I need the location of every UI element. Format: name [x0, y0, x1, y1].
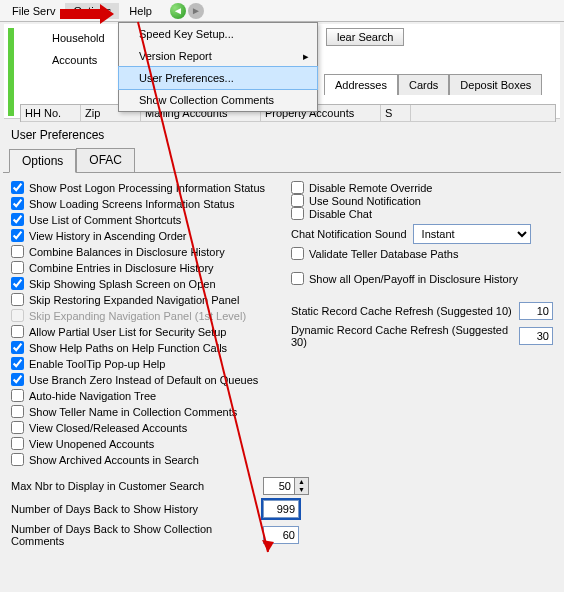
chk-validate-paths[interactable]: Validate Teller Database Paths: [291, 247, 553, 260]
days-history-label: Number of Days Back to Show History: [11, 503, 257, 515]
user-preferences-panel: User Preferences Options OFAC Show Post …: [3, 122, 561, 589]
tab-cards[interactable]: Cards: [398, 74, 449, 95]
pref-checkbox[interactable]: Show Teller Name in Collection Comments: [11, 405, 273, 418]
max-nbr-label: Max Nbr to Display in Customer Search: [11, 480, 257, 492]
pref-title: User Preferences: [3, 122, 561, 148]
pref-checkbox[interactable]: Show Loading Screens Information Status: [11, 197, 273, 210]
pref-tab-options[interactable]: Options: [9, 149, 76, 173]
tab-addresses[interactable]: Addresses: [324, 74, 398, 95]
pref-checkbox[interactable]: Use Sound Notification: [291, 194, 553, 207]
pref-right-column: Disable Remote OverrideUse Sound Notific…: [291, 181, 553, 466]
clear-search-button[interactable]: lear Search: [326, 28, 404, 46]
pref-checkbox[interactable]: Disable Remote Override: [291, 181, 553, 194]
dynamic-cache-label: Dynamic Record Cache Refresh (Suggested …: [291, 324, 513, 348]
menu-options[interactable]: Options: [65, 3, 119, 19]
chat-sound-label: Chat Notification Sound: [291, 228, 407, 240]
chk-validate-paths-box[interactable]: [291, 247, 304, 260]
pref-checkbox-box[interactable]: [11, 181, 24, 194]
pref-checkbox[interactable]: Auto-hide Navigation Tree: [11, 389, 273, 402]
pref-tabstrip: Options OFAC: [9, 148, 555, 172]
pref-checkbox-box[interactable]: [11, 245, 24, 258]
pref-checkbox[interactable]: Enable ToolTip Pop-up Help: [11, 357, 273, 370]
pref-left-column: Show Post Logon Processing Information S…: [11, 181, 273, 466]
max-nbr-input[interactable]: [264, 478, 294, 494]
pref-checkbox[interactable]: Skip Showing Splash Screen on Open: [11, 277, 273, 290]
days-collection-label: Number of Days Back to Show Collection C…: [11, 523, 257, 547]
nav-back-icon[interactable]: ◄: [170, 3, 186, 19]
spin-up-icon[interactable]: ▲: [294, 478, 308, 486]
menu-item[interactable]: Speed Key Setup...: [119, 23, 317, 45]
pref-checkbox[interactable]: Use List of Comment Shortcuts: [11, 213, 273, 226]
pref-checkbox[interactable]: View Closed/Released Accounts: [11, 421, 273, 434]
pref-checkbox-box[interactable]: [11, 325, 24, 338]
label-accounts: Accounts: [52, 54, 105, 66]
static-cache-input[interactable]: [519, 302, 553, 320]
pref-checkbox-box[interactable]: [11, 437, 24, 450]
pref-checkbox-box[interactable]: [11, 453, 24, 466]
pref-checkbox-box[interactable]: [291, 207, 304, 220]
pref-checkbox[interactable]: Combine Entries in Disclosure History: [11, 261, 273, 274]
pref-checkbox-box[interactable]: [11, 197, 24, 210]
pref-checkbox-box[interactable]: [11, 373, 24, 386]
pref-checkbox-box[interactable]: [11, 421, 24, 434]
menu-item[interactable]: Version Report: [119, 45, 317, 67]
detail-tabstrip: Addresses Cards Deposit Boxes: [324, 74, 542, 95]
static-cache-label: Static Record Cache Refresh (Suggested 1…: [291, 305, 513, 317]
options-dropdown: Speed Key Setup...Version ReportUser Pre…: [118, 22, 318, 112]
pref-checkbox[interactable]: Use Branch Zero Instead of Default on Qu…: [11, 373, 273, 386]
nav-forward-icon: ►: [188, 3, 204, 19]
dynamic-cache-input[interactable]: [519, 327, 553, 345]
pref-checkbox-box[interactable]: [11, 405, 24, 418]
days-collection-input[interactable]: [263, 526, 299, 544]
pref-checkbox-box[interactable]: [11, 293, 24, 306]
menu-help[interactable]: Help: [121, 3, 160, 19]
pref-checkbox-box[interactable]: [11, 357, 24, 370]
chat-sound-select[interactable]: Instant: [413, 224, 531, 244]
menubar: File Serv Options Help ◄ ►: [0, 0, 564, 22]
pref-checkbox-box[interactable]: [11, 229, 24, 242]
pref-checkbox-box[interactable]: [291, 181, 304, 194]
chk-show-payoff[interactable]: Show all Open/Payoff in Disclosure Histo…: [291, 272, 553, 285]
pref-checkbox-box: [11, 309, 24, 322]
pref-checkbox-box[interactable]: [11, 213, 24, 226]
pref-checkbox[interactable]: Show Help Paths on Help Function Calls: [11, 341, 273, 354]
max-nbr-spinner[interactable]: ▲▼: [263, 477, 309, 495]
days-history-input[interactable]: [263, 500, 299, 518]
label-household: Household: [52, 32, 105, 44]
pref-checkbox[interactable]: Disable Chat: [291, 207, 553, 220]
pref-checkbox: Skip Expanding Navigation Panel (1st Lev…: [11, 309, 273, 322]
menu-item[interactable]: User Preferences...: [119, 67, 317, 89]
record-indicator: [8, 28, 14, 116]
pref-checkbox-box[interactable]: [11, 261, 24, 274]
pref-checkbox[interactable]: View History in Ascending Order: [11, 229, 273, 242]
menu-file[interactable]: File Serv: [4, 3, 63, 19]
tab-deposit-boxes[interactable]: Deposit Boxes: [449, 74, 542, 95]
pref-checkbox[interactable]: Allow Partial User List for Security Set…: [11, 325, 273, 338]
pref-checkbox-box[interactable]: [291, 194, 304, 207]
pref-checkbox-box[interactable]: [11, 341, 24, 354]
pref-checkbox[interactable]: Show Post Logon Processing Information S…: [11, 181, 273, 194]
pref-checkbox[interactable]: Show Archived Accounts in Search: [11, 453, 273, 466]
pref-checkbox[interactable]: View Unopened Accounts: [11, 437, 273, 450]
spin-down-icon[interactable]: ▼: [294, 486, 308, 494]
chk-show-payoff-box[interactable]: [291, 272, 304, 285]
pref-checkbox-box[interactable]: [11, 277, 24, 290]
pref-checkbox[interactable]: Skip Restoring Expanded Navigation Panel: [11, 293, 273, 306]
grid-header[interactable]: S: [381, 105, 411, 121]
menu-item[interactable]: Show Collection Comments: [119, 89, 317, 111]
pref-checkbox-box[interactable]: [11, 389, 24, 402]
pref-tab-ofac[interactable]: OFAC: [76, 148, 135, 172]
pref-checkbox[interactable]: Combine Balances in Disclosure History: [11, 245, 273, 258]
grid-header[interactable]: HH No.: [21, 105, 81, 121]
